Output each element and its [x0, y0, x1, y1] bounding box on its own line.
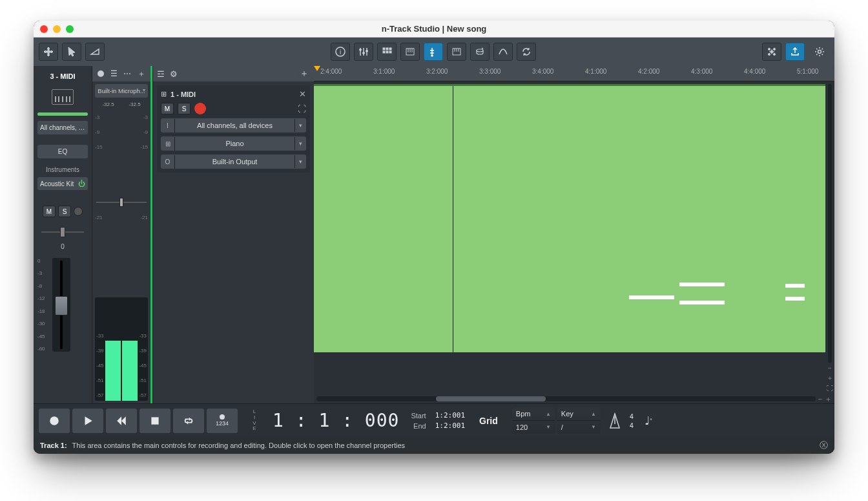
- loop-button[interactable]: [173, 409, 204, 433]
- eq-button[interactable]: EQ: [37, 145, 88, 158]
- track-settings-icon[interactable]: ⚙: [170, 69, 178, 79]
- strip-list-icon[interactable]: ☰: [110, 69, 118, 78]
- time-ruler[interactable]: 2:4:0003:1:0003:2:0003:3:0003:4:0004:1:0…: [314, 66, 834, 81]
- svg-point-17: [774, 48, 776, 50]
- svg-point-15: [770, 50, 773, 53]
- close-window-icon[interactable]: [40, 25, 48, 33]
- horizontal-scrollbar[interactable]: − ＋: [314, 394, 834, 403]
- strip-upper-scale: -3-3 -9-9 -15-15: [95, 110, 148, 195]
- main-body: 3 - MIDI All channels, all... EQ Instrum…: [34, 66, 834, 403]
- info-button[interactable]: i: [331, 43, 350, 61]
- channel-strip: ☰ ⋯ ＋ Built-in Microph... -32.5-32.5 -3-…: [92, 66, 152, 403]
- track-instrument-select[interactable]: ⊞ Piano ▾: [161, 136, 306, 151]
- strip-pan-slider[interactable]: [96, 197, 147, 208]
- midi-note[interactable]: [679, 301, 725, 304]
- midi-note[interactable]: [785, 284, 805, 288]
- refresh-button[interactable]: [517, 43, 536, 61]
- arm-record-button[interactable]: [74, 207, 83, 216]
- track-title: 1 - MIDI: [170, 91, 295, 98]
- step-seq-button[interactable]: [377, 43, 397, 61]
- track-input-select[interactable]: I All channels, all devices ▾: [161, 118, 306, 133]
- svg-point-2: [360, 49, 362, 51]
- time-display[interactable]: 1 : 1 : 000: [264, 410, 408, 431]
- keyboard-button[interactable]: [447, 43, 466, 61]
- mixer-button[interactable]: [354, 43, 373, 61]
- plugins-button[interactable]: [762, 43, 781, 61]
- midi-clip[interactable]: [314, 84, 825, 352]
- minimize-window-icon[interactable]: [53, 25, 61, 33]
- pan-slider[interactable]: [37, 226, 88, 238]
- ruler-tick: 3:4:000: [532, 68, 553, 75]
- track-close-icon[interactable]: ✕: [299, 89, 306, 99]
- zoom-in-h-icon[interactable]: ＋: [825, 394, 832, 404]
- time-signature[interactable]: 44: [630, 412, 634, 429]
- ruler-tick: 3:2:000: [426, 68, 448, 75]
- ruler-tick: 3:3:000: [479, 68, 501, 75]
- mute-button[interactable]: M: [43, 206, 56, 217]
- piano-roll-button[interactable]: [400, 43, 420, 61]
- zoom-in-v-icon[interactable]: ＋: [827, 374, 833, 383]
- track-output-select[interactable]: O Built-in Output ▾: [161, 155, 306, 169]
- strip-toolbar: ☰ ⋯ ＋: [92, 66, 150, 81]
- zoom-out-h-icon[interactable]: −: [818, 395, 822, 403]
- status-label: Track 1:: [40, 442, 67, 449]
- channel-select[interactable]: All channels, all...: [37, 121, 88, 134]
- select-tool-button[interactable]: [62, 43, 81, 61]
- svg-point-20: [818, 50, 822, 54]
- instrument-slot[interactable]: Acoustic Kit ⏻: [37, 177, 88, 190]
- fit-icon[interactable]: ⛶: [827, 385, 833, 392]
- rewind-button[interactable]: [106, 409, 137, 433]
- share-button[interactable]: [785, 43, 805, 61]
- tracks-view-button[interactable]: [424, 43, 443, 61]
- count-in-button[interactable]: 1234: [207, 409, 238, 433]
- status-close-icon[interactable]: ⓧ: [820, 440, 828, 451]
- play-button[interactable]: [72, 409, 103, 433]
- live-indicator: LIVE: [248, 409, 261, 433]
- stop-button[interactable]: [140, 409, 170, 433]
- volume-fader[interactable]: [52, 258, 70, 352]
- vertical-scrollbar[interactable]: − ＋ ⛶: [825, 81, 834, 394]
- settings-icon[interactable]: [810, 43, 829, 61]
- drums-button[interactable]: [470, 43, 490, 61]
- zoom-out-v-icon[interactable]: −: [828, 365, 832, 372]
- track-list-panel: ☲ ⚙ ＋ ⊞ 1 - MIDI ✕ M S ⛶ I: [152, 66, 314, 403]
- grid-toggle[interactable]: Grid: [468, 416, 510, 426]
- range-display[interactable]: Start 1:2:001 End 1:2:001: [411, 411, 465, 430]
- record-button[interactable]: [39, 409, 70, 433]
- strip-mid-scale: -21-21: [95, 210, 148, 295]
- solo-button[interactable]: S: [58, 206, 71, 217]
- input-select[interactable]: Built-in Microph...: [95, 84, 148, 98]
- midi-note[interactable]: [629, 295, 674, 299]
- note-value-icon[interactable]: ♩°: [636, 414, 661, 428]
- track-midi-icon: ⊞: [161, 90, 167, 98]
- midi-icon: [52, 89, 74, 105]
- automation-button[interactable]: [493, 43, 513, 61]
- filter-icon[interactable]: ☲: [157, 69, 165, 79]
- svg-point-16: [769, 48, 770, 50]
- strip-add-icon[interactable]: ＋: [138, 69, 145, 80]
- track-solo-button[interactable]: S: [178, 103, 191, 114]
- inspector-title: 3 - MIDI: [37, 70, 88, 83]
- playhead-line: [453, 86, 453, 352]
- add-track-button[interactable]: ＋: [298, 68, 310, 80]
- arrangement-canvas[interactable]: [314, 81, 825, 394]
- key-control[interactable]: Key▲ /▼: [557, 408, 600, 434]
- metronome-icon[interactable]: [603, 409, 627, 433]
- maximize-window-icon[interactable]: [66, 25, 74, 33]
- svg-rect-5: [383, 48, 385, 50]
- strip-more-icon[interactable]: ⋯: [123, 69, 131, 78]
- bpm-control[interactable]: Bpm▲ 120▼: [512, 408, 555, 434]
- power-icon[interactable]: ⏻: [78, 180, 85, 187]
- strip-dot-icon[interactable]: [98, 70, 104, 77]
- track-card[interactable]: ⊞ 1 - MIDI ✕ M S ⛶ I All channels, all d…: [157, 85, 310, 173]
- midi-note[interactable]: [679, 282, 725, 286]
- fade-tool-button[interactable]: [85, 43, 105, 61]
- move-tool-button[interactable]: [39, 43, 58, 61]
- status-text: This area contains the main controls for…: [72, 442, 405, 449]
- toolbar: i: [34, 37, 834, 66]
- svg-point-18: [769, 54, 770, 56]
- track-expand-icon[interactable]: ⛶: [298, 104, 306, 114]
- midi-note[interactable]: [785, 297, 805, 301]
- track-record-button[interactable]: [194, 103, 206, 114]
- track-mute-button[interactable]: M: [161, 103, 174, 114]
